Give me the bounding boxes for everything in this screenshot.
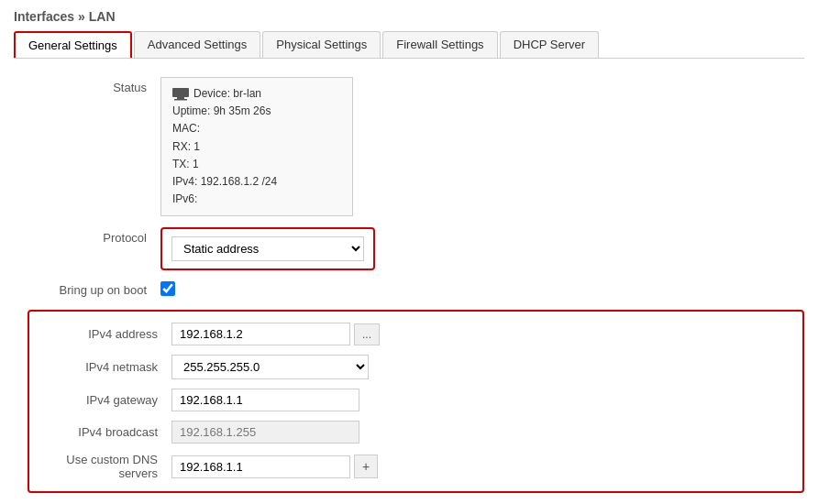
status-device-line: Device: br-lan [172, 85, 341, 103]
status-uptime: Uptime: 9h 35m 26s [172, 103, 341, 120]
bring-up-on-boot-row: Bring up on boot [14, 281, 804, 299]
breadcrumb-separator: » [74, 9, 89, 24]
ipv4-broadcast-input[interactable] [171, 421, 359, 444]
status-value: Device: br-lan Uptime: 9h 35m 26s MAC: R… [160, 77, 804, 216]
ipv4-address-input[interactable] [171, 323, 350, 345]
bring-up-value [160, 281, 804, 299]
ip-section-wrapper: IPv4 address ... IPv4 netmask 255.255.25… [14, 310, 804, 493]
ipv4-netmask-row: IPv4 netmask 255.255.255.0 255.255.0.0 2… [43, 355, 789, 379]
ipv4-netmask-select[interactable]: 255.255.255.0 255.255.0.0 255.0.0.0 [171, 355, 369, 379]
custom-dns-btn[interactable]: + [354, 455, 378, 478]
ipv4-broadcast-row: IPv4 broadcast [43, 421, 789, 444]
status-row: Status Device: br-lan Uptime: 9h 35m 26s… [14, 77, 804, 216]
tab-advanced-settings[interactable]: Advanced Settings [134, 31, 260, 58]
tabs-container: General Settings Advanced Settings Physi… [14, 31, 804, 59]
custom-dns-label: Use custom DNS servers [43, 453, 171, 480]
ip-section: IPv4 address ... IPv4 netmask 255.255.25… [28, 310, 804, 493]
ipv4-gateway-label: IPv4 gateway [43, 393, 171, 407]
svg-rect-0 [172, 88, 189, 97]
ipv4-gateway-input-group [171, 389, 359, 411]
status-ipv6: IPv6: [172, 191, 341, 208]
bring-up-label: Bring up on boot [14, 283, 160, 297]
tab-physical-settings[interactable]: Physical Settings [262, 31, 381, 58]
ipv4-address-row: IPv4 address ... [43, 323, 789, 345]
ipv4-netmask-input-group: 255.255.255.0 255.255.0.0 255.0.0.0 [171, 355, 369, 379]
status-box: Device: br-lan Uptime: 9h 35m 26s MAC: R… [160, 77, 353, 216]
ipv4-broadcast-label: IPv4 broadcast [43, 425, 171, 439]
custom-dns-row: Use custom DNS servers + [43, 453, 789, 480]
custom-dns-input-group: + [171, 455, 378, 478]
ipv4-address-input-group: ... [171, 323, 380, 345]
tab-firewall-settings[interactable]: Firewall Settings [382, 31, 497, 58]
ipv4-address-label: IPv4 address [43, 327, 171, 341]
tab-general-settings[interactable]: General Settings [14, 31, 132, 58]
protocol-label: Protocol [14, 227, 160, 245]
status-label: Status [14, 77, 160, 94]
ipv4-netmask-label: IPv4 netmask [43, 360, 171, 374]
device-icon [172, 88, 189, 101]
tab-dhcp-server[interactable]: DHCP Server [500, 31, 600, 58]
protocol-select[interactable]: Static address DHCP client PPPoE None [171, 236, 364, 261]
protocol-section: Static address DHCP client PPPoE None [160, 227, 375, 270]
ipv4-address-btn[interactable]: ... [354, 323, 380, 345]
breadcrumb-current: LAN [89, 9, 116, 24]
svg-rect-2 [174, 99, 187, 101]
status-device: Device: br-lan [193, 85, 261, 103]
protocol-row: Protocol Static address DHCP client PPPo… [14, 227, 804, 270]
bring-up-checkbox[interactable] [160, 281, 175, 296]
status-tx: TX: 1 [172, 156, 341, 173]
main-content: Status Device: br-lan Uptime: 9h 35m 26s… [14, 72, 804, 498]
ipv4-gateway-row: IPv4 gateway [43, 389, 789, 411]
breadcrumb-prefix: Interfaces [14, 9, 74, 24]
ipv4-broadcast-input-group [171, 421, 359, 444]
ipv4-gateway-input[interactable] [171, 389, 359, 411]
protocol-value: Static address DHCP client PPPoE None [160, 227, 804, 270]
status-rx: RX: 1 [172, 138, 341, 156]
status-mac: MAC: [172, 120, 341, 137]
breadcrumb: Interfaces » LAN [14, 9, 804, 24]
status-ipv4: IPv4: 192.168.1.2 /24 [172, 173, 341, 191]
custom-dns-input[interactable] [171, 455, 350, 478]
